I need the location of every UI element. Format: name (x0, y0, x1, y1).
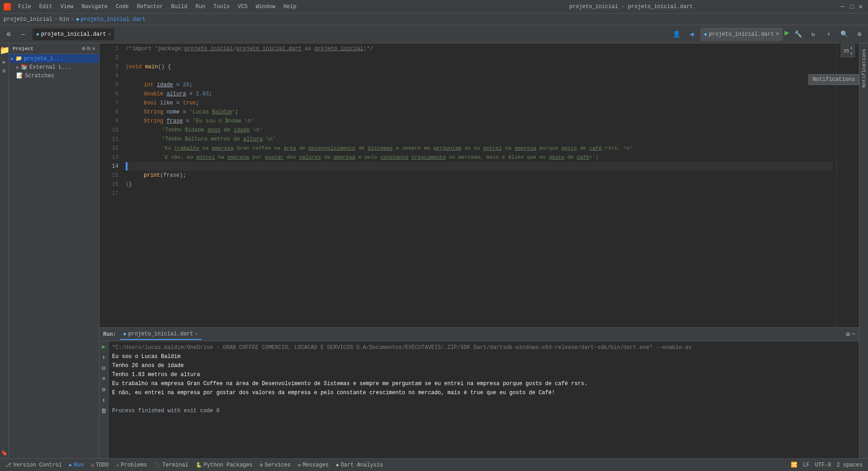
close-button[interactable]: ✕ (857, 3, 864, 10)
menu-window[interactable]: Window (252, 3, 279, 11)
editor-area: 1 2 3 4 5 6 7 8 9 10 11 12 13 14 15 16 1 (99, 43, 859, 327)
breadcrumb-folder[interactable]: bin (59, 16, 69, 23)
status-terminal[interactable]: ⬛ Terminal (152, 462, 190, 468)
run-left-controls: ▶ ⬇ ⊟ ≡ ⚙ ⬆ 🗑 (99, 341, 108, 458)
title-bar: 🔴 File Edit View Navigate Code Refactor … (0, 0, 868, 14)
code-line-6: double altura = 1.83; (126, 89, 833, 99)
bookmarks-icon[interactable]: 🔖 (1, 450, 8, 457)
left-icon-1[interactable]: ▶ (3, 59, 6, 66)
code-line-15: print(frase); (126, 171, 833, 180)
run-icon-5[interactable]: ⬆ (102, 397, 106, 404)
status-run[interactable]: ▶ Run (67, 462, 85, 468)
active-file-tab[interactable]: projeto_inicial.dart (41, 31, 106, 38)
maximize-button[interactable]: □ (848, 3, 855, 10)
output-line-2: Tenho 26 anos de idade (112, 361, 855, 370)
run-icon-3[interactable]: ⊟ (102, 365, 106, 372)
run-tab[interactable]: ◆ projeto_inicial.dart ✕ (120, 329, 202, 340)
toolbar-collapse[interactable]: — (16, 28, 30, 41)
menu-file[interactable]: File (14, 3, 35, 11)
status-lf[interactable]: LF (801, 462, 811, 468)
code-line-7: bool like = true; (126, 99, 833, 108)
project-panel: Project ⚙ ⊟ ✕ ▶ 📁 projeto_i... ▶ 📚 Exter… (9, 43, 99, 458)
menu-vcs[interactable]: VCS (234, 3, 251, 11)
tree-arrow-ext: ▶ (16, 65, 19, 70)
left-panel-labels: 📁 ▶ ◐ 🔖 (0, 43, 9, 458)
status-python-packages[interactable]: 🐍 Python Packages (194, 462, 255, 468)
toolbar-reload[interactable]: ↻ (807, 28, 820, 41)
window-controls: ─ □ ✕ (839, 3, 864, 10)
run-scroll-down[interactable]: ⬇ (102, 354, 106, 361)
run-panel-header: Run: ◆ projeto_inicial.dart ✕ ⚙ ─ (99, 328, 859, 341)
run-play-button[interactable]: ▶ (102, 343, 106, 350)
status-encoding[interactable]: UTF-8 (813, 462, 833, 468)
status-todo[interactable]: ☑ TODO (89, 462, 110, 468)
tree-label-root: projeto_i... (24, 56, 63, 62)
close-panel-icon[interactable]: ─ (852, 330, 855, 338)
run-output[interactable]: "C:/Users/lucas.baldim/OneDrive - GRAN C… (108, 341, 859, 458)
tree-item-scratches[interactable]: 📝 Scratches (9, 71, 99, 80)
project-icon[interactable]: 📁 (0, 45, 9, 55)
run-label: Run: (103, 331, 116, 338)
window-title: projeto_inicial - projeto_inicial.dart (427, 4, 835, 10)
run-clear[interactable]: 🗑 (101, 408, 107, 414)
tree-item-root[interactable]: ▶ 📁 projeto_i... (9, 54, 99, 63)
breadcrumb-project[interactable]: projeto_inicial (4, 16, 52, 23)
project-panel-title: Project (13, 46, 33, 52)
notifications-label[interactable]: Notifications (859, 45, 868, 91)
menu-help[interactable]: Help (280, 3, 300, 11)
menu-run[interactable]: Run (192, 3, 209, 11)
panel-gear[interactable]: ⚙ (82, 45, 85, 52)
code-line-12: 'Eu trabalho na empresa Gran Coffee na á… (126, 144, 833, 153)
status-git[interactable]: 🔀 (789, 462, 799, 468)
run-panel: Run: ◆ projeto_inicial.dart ✕ ⚙ ─ ▶ ⬇ ⊟ … (99, 327, 859, 458)
run-content: ▶ ⬇ ⊟ ≡ ⚙ ⬆ 🗑 "C:/Users/lucas.baldim/One… (99, 341, 859, 458)
settings-icon[interactable]: ⚙ (846, 330, 849, 338)
main-area: 📁 ▶ ◐ 🔖 Project ⚙ ⊟ ✕ ▶ 📁 projeto_i... ▶… (0, 43, 868, 458)
close-run-tab[interactable]: ✕ (195, 331, 198, 337)
toolbar-right: 👤 ◀ ◆ projeto_inicial.dart ▼ ▶ 🔧 ↻ ⚡ 🔍 ⚙ (670, 28, 866, 41)
status-problems[interactable]: ⚠ Problems (114, 462, 149, 468)
menu-edit[interactable]: Edit (36, 3, 56, 11)
editor-content: 1 2 3 4 5 6 7 8 9 10 11 12 13 14 15 16 1 (99, 43, 859, 327)
line-numbers: 1 2 3 4 5 6 7 8 9 10 11 12 13 14 15 16 1 (99, 43, 122, 327)
run-button[interactable]: ▶ (784, 28, 789, 41)
run-config[interactable]: ◆ projeto_inicial.dart ▼ (700, 28, 783, 41)
menu-bar: File Edit View Navigate Code Refactor Bu… (14, 3, 423, 11)
toolbar-build[interactable]: 🔧 (791, 28, 805, 41)
code-line-16: }} (126, 180, 833, 189)
left-icon-2[interactable]: ◐ (3, 67, 6, 74)
menu-navigate[interactable]: Navigate (78, 3, 111, 11)
toolbar-search[interactable]: 🔍 (837, 28, 851, 41)
tree-label-scratches: Scratches (25, 73, 54, 79)
close-tab-icon[interactable]: ✕ (108, 31, 111, 37)
menu-refactor[interactable]: Refactor (133, 3, 167, 11)
status-dart-analysis[interactable]: ◆ Dart Analysis (334, 462, 385, 468)
toolbar-back[interactable]: ◀ (685, 28, 698, 41)
project-panel-header: Project ⚙ ⊟ ✕ (9, 43, 99, 54)
breadcrumb-file[interactable]: ◆projeto_inicial.dart (76, 16, 146, 23)
minimize-button[interactable]: ─ (839, 3, 846, 10)
notifications-tooltip: Notifications (808, 74, 859, 85)
menu-build[interactable]: Build (167, 3, 191, 11)
line-up-arrow[interactable]: ∧ (850, 46, 852, 51)
toolbar-more[interactable]: ⚙ (853, 28, 866, 41)
line-number-display: 35 (843, 48, 849, 54)
menu-tools[interactable]: Tools (210, 3, 233, 11)
panel-collapse[interactable]: ⊟ (87, 45, 90, 52)
toolbar-settings[interactable]: ⚙ (2, 28, 15, 41)
menu-code[interactable]: Code (112, 3, 132, 11)
status-version-control[interactable]: ⎇ Version Control (4, 462, 64, 468)
panel-close[interactable]: ✕ (92, 45, 95, 52)
menu-view[interactable]: View (57, 3, 77, 11)
run-settings2[interactable]: ⚙ (102, 386, 106, 393)
status-spaces[interactable]: 2 spaces (835, 462, 864, 468)
line-down-arrow[interactable]: ∨ (850, 51, 852, 56)
status-services[interactable]: ⚙ Services (258, 462, 292, 468)
status-messages[interactable]: ✉ Messages (296, 462, 330, 468)
tree-item-external[interactable]: ▶ 📚 External L... (9, 63, 99, 71)
code-area[interactable]: /*import 'package:projeto_inicial/projet… (122, 43, 836, 327)
toolbar-profile[interactable]: 👤 (670, 28, 683, 41)
toolbar-coverage[interactable]: ⚡ (822, 28, 835, 41)
run-icon-4[interactable]: ≡ (102, 376, 106, 382)
output-line-7: Process finished with exit code 0 (112, 406, 855, 415)
